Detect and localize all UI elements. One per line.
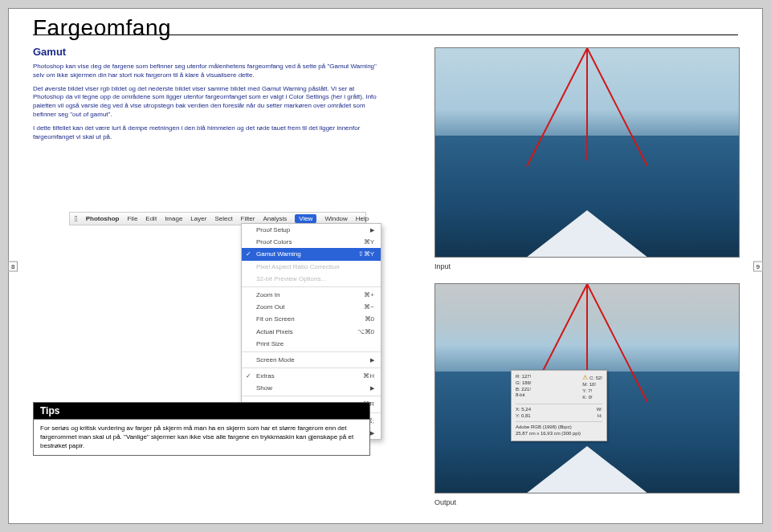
page-number-left: 8 [8, 261, 18, 271]
menu-file[interactable]: File [127, 215, 137, 222]
menuitem-gamut-warning[interactable]: ✓Gamut Warning⇧⌘Y [242, 248, 381, 260]
section-gamut: Gamut Photoshop kan vise deg de fargene … [33, 41, 378, 141]
menu-help[interactable]: Help [356, 215, 369, 222]
page-title: Fargeomfang [33, 15, 171, 41]
info-palette: R: 127! G: 186! B: 221! 8-bit ⚠ C: 52! M… [511, 370, 607, 441]
title-rule [33, 35, 738, 35]
tips-box: Tips For seriøs og kritisk vurdering av … [33, 402, 370, 456]
menuitem-actual-pixels[interactable]: Actual Pixels⌥⌘0 [242, 326, 381, 338]
menu-window[interactable]: Window [324, 215, 347, 222]
menuitem-screen-mode[interactable]: Screen Mode▶ [242, 351, 381, 366]
menuitem-print-size[interactable]: Print Size [242, 338, 381, 350]
apple-icon:  [75, 214, 78, 223]
figure-output-label: Output [434, 498, 456, 506]
tips-body: For seriøs og kritisk vurdering av farge… [33, 419, 370, 456]
gamut-paragraph-2: Det øverste bildet viser rgb bildet og d… [33, 85, 378, 120]
page-number-right: 9 [753, 261, 763, 271]
info-r-label: R: [516, 374, 520, 379]
menu-layer[interactable]: Layer [190, 215, 206, 222]
menu-select[interactable]: Select [214, 215, 232, 222]
menuitem-proof-colors[interactable]: Proof Colors⌘Y [242, 236, 381, 248]
tips-heading: Tips [33, 402, 370, 419]
figure-input-label: Input [434, 262, 451, 270]
menuitem-fit-on-screen[interactable]: Fit on Screen⌘0 [242, 313, 381, 325]
menuitem-proof-setup[interactable]: Proof Setup▶ [242, 224, 381, 236]
menuitem-32bit-preview: 32-bit Preview Options... [242, 273, 381, 285]
gamut-warning-icon: ⚠ [582, 374, 588, 381]
gamut-paragraph-3: I dette tilfellet kan det være lurt å de… [33, 124, 378, 142]
page-spread: 8 9 Fargeomfang Gamut Photoshop kan vise… [8, 8, 763, 524]
menu-view[interactable]: View [295, 214, 316, 223]
menu-image[interactable]: Image [165, 215, 182, 222]
menu-photoshop[interactable]: Photoshop [86, 215, 120, 222]
figure-input [434, 47, 740, 258]
info-profile: Adobe RGB (1998) (8bpc) [516, 421, 602, 431]
menuitem-extras[interactable]: ✓Extras⌘H [242, 368, 381, 382]
menuitem-zoom-in[interactable]: Zoom In⌘+ [242, 286, 381, 301]
title-block: Fargeomfang [33, 15, 171, 41]
menuitem-show[interactable]: Show▶ [242, 382, 381, 394]
info-dims: 25,87 cm x 16,93 cm (300 ppi) [516, 431, 602, 437]
menuitem-zoom-out[interactable]: Zoom Out⌘− [242, 301, 381, 313]
menu-analysis[interactable]: Analysis [263, 215, 287, 222]
menu-edit[interactable]: Edit [145, 215, 157, 222]
menu-filter[interactable]: Filter [241, 215, 255, 222]
gamut-paragraph-1: Photoshop kan vise deg de fargene som be… [33, 63, 378, 80]
menuitem-pixel-aspect: Pixel Aspect Ratio Correction [242, 261, 381, 273]
section-heading: Gamut [33, 46, 378, 58]
